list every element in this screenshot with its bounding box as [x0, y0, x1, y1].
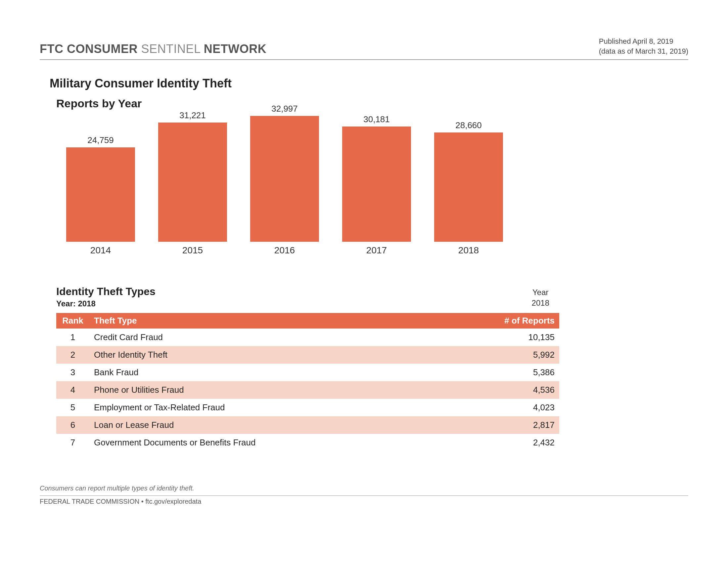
page-footer: FEDERAL TRADE COMMISSION • ftc.gov/explo… — [40, 495, 688, 505]
table-head-row: Rank Theft Type # of Reports — [56, 313, 559, 329]
cell-rank: 3 — [56, 364, 89, 381]
cell-rank: 1 — [56, 329, 89, 346]
identity-theft-table-block: Identity Theft Types Year: 2018 Year 201… — [56, 286, 688, 451]
cell-type: Employment or Tax-Related Fraud — [89, 399, 480, 416]
bar-col-2014: 24,7592014 — [66, 135, 135, 256]
bar-category-label: 2014 — [90, 245, 111, 256]
cell-reports: 10,135 — [480, 329, 559, 346]
reports-by-year-chart: 24,759201431,221201532,997201630,1812017… — [66, 117, 529, 256]
cell-reports: 2,817 — [480, 416, 559, 434]
table-row: 5Employment or Tax-Related Fraud4,023 — [56, 399, 559, 416]
bar-col-2016: 32,9972016 — [250, 104, 319, 256]
table-row: 6Loan or Lease Fraud2,817 — [56, 416, 559, 434]
cell-reports: 5,386 — [480, 364, 559, 381]
cell-rank: 2 — [56, 346, 89, 364]
table-title: Identity Theft Types — [56, 286, 156, 298]
bar-category-label: 2018 — [458, 245, 479, 256]
cell-reports: 5,992 — [480, 346, 559, 364]
cell-type: Phone or Utilities Fraud — [89, 381, 480, 399]
cell-reports: 4,023 — [480, 399, 559, 416]
col-reports: # of Reports — [480, 313, 559, 329]
bar-category-label: 2015 — [182, 245, 203, 256]
bar — [342, 126, 411, 242]
col-rank: Rank — [56, 313, 89, 329]
chart-title: Reports by Year — [56, 97, 688, 110]
bar-category-label: 2016 — [274, 245, 295, 256]
cell-rank: 4 — [56, 381, 89, 399]
table-row: 4Phone or Utilities Fraud4,536 — [56, 381, 559, 399]
bar-col-2017: 30,1812017 — [342, 114, 411, 256]
cell-reports: 2,432 — [480, 434, 559, 451]
bar — [250, 116, 319, 242]
bar-value-label: 28,660 — [455, 120, 482, 130]
bar-value-label: 30,181 — [363, 114, 390, 124]
bar-col-2018: 28,6602018 — [434, 120, 503, 256]
bar — [158, 122, 227, 242]
cell-rank: 6 — [56, 416, 89, 434]
brand-part-1: FTC CONSUMER — [40, 42, 141, 56]
brand-part-2: SENTINEL — [141, 42, 204, 56]
bar-value-label: 32,997 — [271, 104, 298, 114]
table-year-heading: Year 2018 — [532, 287, 549, 309]
bar-value-label: 31,221 — [179, 110, 206, 120]
col-type: Theft Type — [89, 313, 480, 329]
table-row: 1Credit Card Fraud10,135 — [56, 329, 559, 346]
bar-col-2015: 31,2212015 — [158, 110, 227, 256]
footnote: Consumers can report multiple types of i… — [40, 485, 688, 492]
cell-type: Government Documents or Benefits Fraud — [89, 434, 480, 451]
bar — [434, 132, 503, 242]
table-row: 2Other Identity Theft5,992 — [56, 346, 559, 364]
table-row: 7Government Documents or Benefits Fraud2… — [56, 434, 559, 451]
cell-rank: 7 — [56, 434, 89, 451]
brand-part-3: NETWORK — [204, 42, 266, 56]
page-title: Military Consumer Identity Theft — [50, 76, 688, 90]
table-subtitle: Year: 2018 — [56, 299, 156, 308]
bar-value-label: 24,759 — [87, 135, 114, 145]
cell-rank: 5 — [56, 399, 89, 416]
table-year-label: Year — [532, 287, 549, 298]
identity-theft-table: Rank Theft Type # of Reports 1Credit Car… — [56, 313, 559, 451]
table-row: 3Bank Fraud5,386 — [56, 364, 559, 381]
cell-type: Other Identity Theft — [89, 346, 480, 364]
page-header: FTC CONSUMER SENTINEL NETWORK Published … — [40, 36, 688, 60]
cell-type: Credit Card Fraud — [89, 329, 480, 346]
brand-title: FTC CONSUMER SENTINEL NETWORK — [40, 42, 266, 56]
bar-category-label: 2017 — [366, 245, 387, 256]
cell-type: Bank Fraud — [89, 364, 480, 381]
publish-info: Published April 8, 2019 (data as of Marc… — [599, 36, 688, 56]
cell-reports: 4,536 — [480, 381, 559, 399]
table-year-value: 2018 — [532, 298, 549, 308]
cell-type: Loan or Lease Fraud — [89, 416, 480, 434]
published-date: Published April 8, 2019 — [599, 36, 688, 46]
data-asof: (data as of March 31, 2019) — [599, 46, 688, 56]
bar — [66, 147, 135, 242]
